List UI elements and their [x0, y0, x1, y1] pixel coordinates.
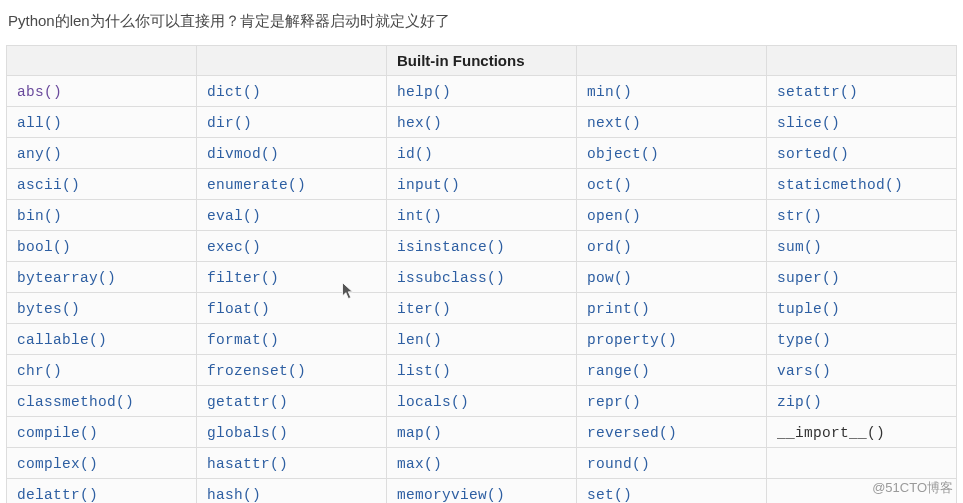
function-link[interactable]: object() — [587, 146, 659, 162]
function-link[interactable]: bytearray() — [17, 270, 116, 286]
function-link[interactable]: help() — [397, 84, 451, 100]
table-cell: oct() — [577, 169, 767, 200]
table-cell: chr() — [7, 355, 197, 386]
function-link[interactable]: repr() — [587, 394, 641, 410]
function-link[interactable]: dict() — [207, 84, 261, 100]
table-cell: zip() — [767, 386, 957, 417]
table-cell: callable() — [7, 324, 197, 355]
function-link[interactable]: __import__() — [777, 425, 885, 441]
header-cell-title: Built-in Functions — [387, 46, 577, 76]
function-link[interactable]: filter() — [207, 270, 279, 286]
function-link[interactable]: compile() — [17, 425, 98, 441]
function-link[interactable]: range() — [587, 363, 650, 379]
table-row: all()dir()hex()next()slice() — [7, 107, 957, 138]
function-link[interactable]: ord() — [587, 239, 632, 255]
table-cell: bytearray() — [7, 262, 197, 293]
function-link[interactable]: max() — [397, 456, 442, 472]
watermark-text: @51CTO博客 — [872, 479, 953, 497]
table-cell — [767, 448, 957, 479]
table-cell: sum() — [767, 231, 957, 262]
builtin-functions-table-wrap: Built-in Functions abs()dict()help()min(… — [0, 45, 963, 503]
function-link[interactable]: format() — [207, 332, 279, 348]
table-row: ascii()enumerate()input()oct()staticmeth… — [7, 169, 957, 200]
function-link[interactable]: hasattr() — [207, 456, 288, 472]
function-link[interactable]: classmethod() — [17, 394, 134, 410]
function-link[interactable]: min() — [587, 84, 632, 100]
function-link[interactable]: slice() — [777, 115, 840, 131]
table-cell: format() — [197, 324, 387, 355]
function-link[interactable]: list() — [397, 363, 451, 379]
function-link[interactable]: locals() — [397, 394, 469, 410]
function-link[interactable]: ascii() — [17, 177, 80, 193]
function-link[interactable]: iter() — [397, 301, 451, 317]
function-link[interactable]: hash() — [207, 487, 261, 503]
table-cell: tuple() — [767, 293, 957, 324]
function-link[interactable]: abs() — [17, 84, 62, 100]
function-link[interactable]: dir() — [207, 115, 252, 131]
table-cell: pow() — [577, 262, 767, 293]
function-link[interactable]: any() — [17, 146, 62, 162]
function-link[interactable]: hex() — [397, 115, 442, 131]
table-cell: print() — [577, 293, 767, 324]
header-cell — [197, 46, 387, 76]
table-cell: hasattr() — [197, 448, 387, 479]
function-link[interactable]: map() — [397, 425, 442, 441]
function-link[interactable]: bool() — [17, 239, 71, 255]
function-link[interactable]: float() — [207, 301, 270, 317]
function-link[interactable]: enumerate() — [207, 177, 306, 193]
table-cell: delattr() — [7, 479, 197, 504]
function-link[interactable]: sorted() — [777, 146, 849, 162]
function-link[interactable]: divmod() — [207, 146, 279, 162]
function-link[interactable]: set() — [587, 487, 632, 503]
function-link[interactable]: callable() — [17, 332, 107, 348]
function-link[interactable]: len() — [397, 332, 442, 348]
table-cell: repr() — [577, 386, 767, 417]
function-link[interactable]: chr() — [17, 363, 62, 379]
function-link[interactable]: vars() — [777, 363, 831, 379]
function-link[interactable]: property() — [587, 332, 677, 348]
function-link[interactable]: pow() — [587, 270, 632, 286]
function-link[interactable]: tuple() — [777, 301, 840, 317]
function-link[interactable]: input() — [397, 177, 460, 193]
function-link[interactable]: setattr() — [777, 84, 858, 100]
function-link[interactable]: all() — [17, 115, 62, 131]
function-link[interactable]: bytes() — [17, 301, 80, 317]
table-row: chr()frozenset()list()range()vars() — [7, 355, 957, 386]
function-link[interactable]: complex() — [17, 456, 98, 472]
function-link[interactable]: id() — [397, 146, 433, 162]
function-link[interactable]: open() — [587, 208, 641, 224]
function-link[interactable]: zip() — [777, 394, 822, 410]
function-link[interactable]: sum() — [777, 239, 822, 255]
table-row: bytearray()filter()issubclass()pow()supe… — [7, 262, 957, 293]
function-link[interactable]: eval() — [207, 208, 261, 224]
function-link[interactable]: super() — [777, 270, 840, 286]
function-link[interactable]: issubclass() — [397, 270, 505, 286]
function-link[interactable]: globals() — [207, 425, 288, 441]
table-cell: id() — [387, 138, 577, 169]
function-link[interactable]: bin() — [17, 208, 62, 224]
table-cell: dict() — [197, 76, 387, 107]
function-link[interactable]: frozenset() — [207, 363, 306, 379]
table-cell: float() — [197, 293, 387, 324]
table-cell: str() — [767, 200, 957, 231]
function-link[interactable]: type() — [777, 332, 831, 348]
table-cell: vars() — [767, 355, 957, 386]
function-link[interactable]: str() — [777, 208, 822, 224]
function-link[interactable]: memoryview() — [397, 487, 505, 503]
table-cell: abs() — [7, 76, 197, 107]
function-link[interactable]: exec() — [207, 239, 261, 255]
function-link[interactable]: int() — [397, 208, 442, 224]
function-link[interactable]: staticmethod() — [777, 177, 903, 193]
table-cell: divmod() — [197, 138, 387, 169]
function-link[interactable]: getattr() — [207, 394, 288, 410]
table-row: abs()dict()help()min()setattr() — [7, 76, 957, 107]
function-link[interactable]: print() — [587, 301, 650, 317]
table-cell: __import__() — [767, 417, 957, 448]
function-link[interactable]: next() — [587, 115, 641, 131]
function-link[interactable]: delattr() — [17, 487, 98, 503]
function-link[interactable]: oct() — [587, 177, 632, 193]
function-link[interactable]: round() — [587, 456, 650, 472]
function-link[interactable]: reversed() — [587, 425, 677, 441]
table-cell: all() — [7, 107, 197, 138]
function-link[interactable]: isinstance() — [397, 239, 505, 255]
